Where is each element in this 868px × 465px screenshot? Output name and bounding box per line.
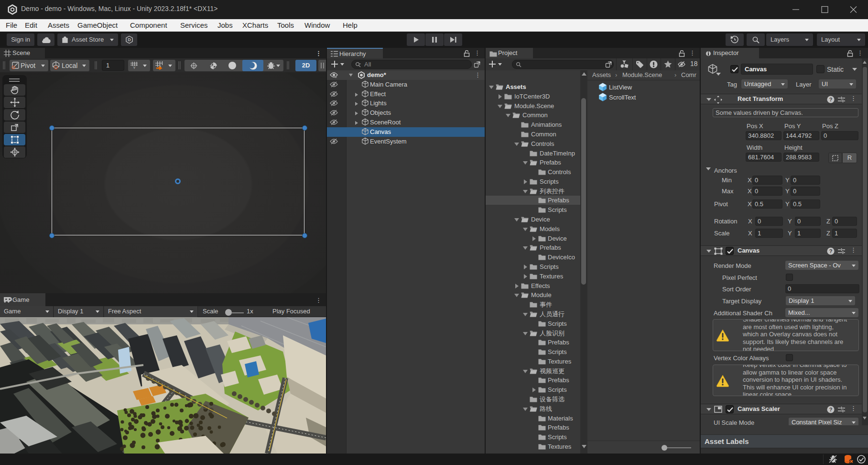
svg-text:?: ? (829, 248, 833, 254)
svg-text:D: D (128, 37, 131, 42)
svg-text:Y: Y (133, 66, 136, 69)
svg-text:?: ? (829, 407, 833, 412)
svg-text:?: ? (829, 97, 833, 102)
